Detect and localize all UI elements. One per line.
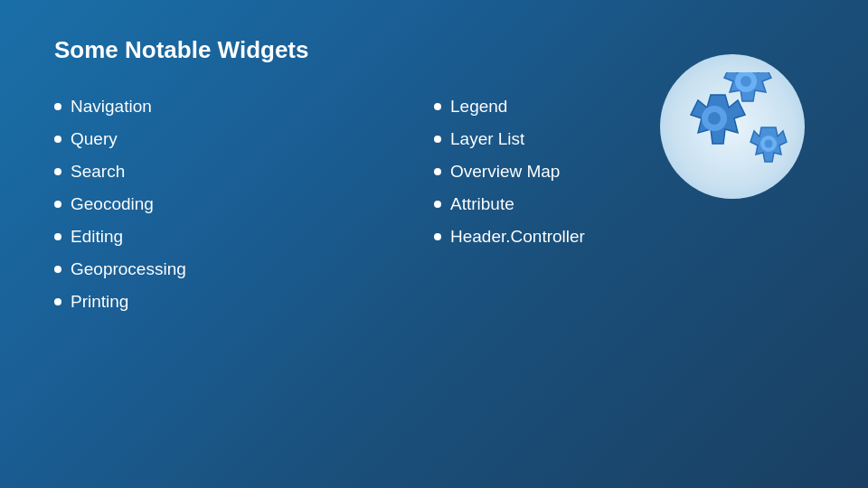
bullet-dot <box>434 201 441 208</box>
bullet-dot <box>434 103 441 110</box>
item-label: Geocoding <box>71 194 154 214</box>
item-label: Editing <box>71 227 123 247</box>
item-label: Overview Map <box>450 162 560 182</box>
gears-svg <box>678 72 805 199</box>
list-item: Printing <box>54 292 434 312</box>
gear-illustration <box>651 54 814 199</box>
item-label: Printing <box>71 292 128 312</box>
item-label: Search <box>71 162 125 182</box>
list-item: Editing <box>54 227 434 247</box>
item-label: Header.Controller <box>450 227 585 247</box>
item-label: Geoprocessing <box>71 259 186 279</box>
bullet-dot <box>54 201 61 208</box>
bullet-dot <box>434 233 441 240</box>
bullet-dot <box>54 233 61 240</box>
list-item: Query <box>54 129 434 149</box>
list-item: Geocoding <box>54 194 434 214</box>
item-label: Query <box>71 129 118 149</box>
item-label: Navigation <box>71 97 152 117</box>
list-item: Navigation <box>54 97 434 117</box>
svg-point-5 <box>765 140 773 148</box>
svg-point-1 <box>741 76 751 87</box>
bullet-dot <box>54 168 61 175</box>
item-label: Legend <box>450 97 507 117</box>
list-item: Geoprocessing <box>54 259 434 279</box>
slide: Some Notable Widgets Navigation Query Se… <box>0 0 868 488</box>
list-item: Search <box>54 162 434 182</box>
bullet-dot <box>434 168 441 175</box>
item-label: Attribute <box>450 194 514 214</box>
bullet-dot <box>54 298 61 305</box>
list-item: Header.Controller <box>434 227 814 247</box>
bullet-dot <box>54 103 61 110</box>
bullet-dot <box>54 266 61 273</box>
bullet-dot <box>434 136 441 143</box>
bullet-dot <box>54 136 61 143</box>
left-column: Navigation Query Search Geocoding Editin… <box>54 97 434 452</box>
item-label: Layer List <box>450 129 524 149</box>
svg-point-3 <box>708 112 721 125</box>
